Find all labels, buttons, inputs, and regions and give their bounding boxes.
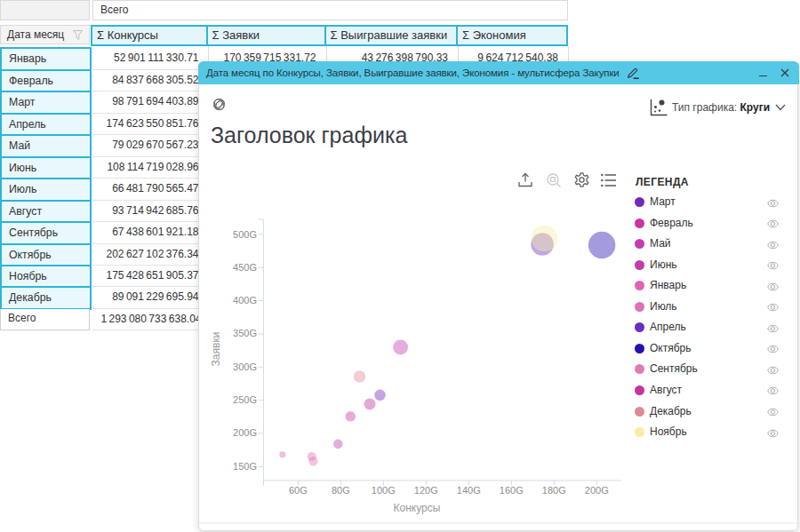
svg-text:100G: 100G	[372, 485, 396, 496]
svg-text:200G: 200G	[233, 427, 257, 438]
svg-text:Заявки: Заявки	[210, 332, 222, 367]
svg-text:500G: 500G	[233, 229, 257, 240]
svg-text:140G: 140G	[457, 485, 481, 496]
svg-text:300G: 300G	[233, 361, 257, 372]
svg-text:60G: 60G	[289, 485, 308, 496]
svg-text:450G: 450G	[233, 262, 257, 273]
svg-text:120G: 120G	[414, 485, 438, 496]
svg-text:250G: 250G	[233, 394, 257, 405]
svg-text:Конкурсы: Конкурсы	[394, 502, 441, 514]
svg-text:180G: 180G	[542, 485, 566, 496]
svg-text:350G: 350G	[233, 328, 257, 338]
svg-text:150G: 150G	[233, 461, 257, 472]
svg-text:80G: 80G	[332, 485, 350, 496]
svg-text:400G: 400G	[233, 295, 257, 306]
svg-text:200G: 200G	[585, 485, 609, 496]
svg-text:160G: 160G	[500, 485, 524, 496]
